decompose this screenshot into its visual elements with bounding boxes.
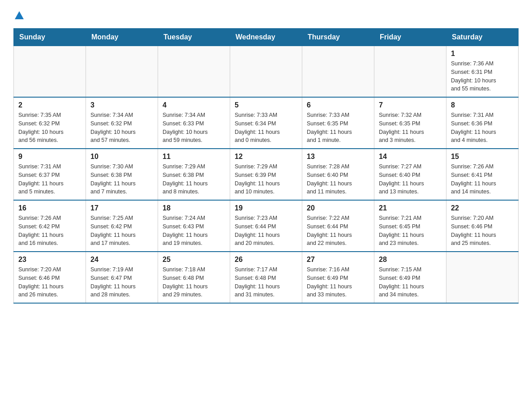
page-header [13, 9, 519, 19]
cell-day-number: 27 [307, 256, 369, 264]
cell-sun-info: Sunrise: 7:34 AM Sunset: 6:32 PM Dayligh… [90, 111, 153, 145]
calendar-cell: 22Sunrise: 7:20 AM Sunset: 6:46 PM Dayli… [446, 200, 519, 252]
cell-sun-info: Sunrise: 7:34 AM Sunset: 6:33 PM Dayligh… [163, 111, 225, 145]
calendar-cell: 16Sunrise: 7:26 AM Sunset: 6:42 PM Dayli… [14, 200, 86, 252]
calendar-cell: 10Sunrise: 7:30 AM Sunset: 6:38 PM Dayli… [86, 149, 158, 200]
cell-sun-info: Sunrise: 7:17 AM Sunset: 6:48 PM Dayligh… [235, 265, 297, 299]
calendar-cell: 26Sunrise: 7:17 AM Sunset: 6:48 PM Dayli… [230, 252, 302, 303]
calendar-cell: 21Sunrise: 7:21 AM Sunset: 6:45 PM Dayli… [374, 200, 446, 252]
calendar-week-row: 16Sunrise: 7:26 AM Sunset: 6:42 PM Dayli… [14, 200, 519, 252]
calendar-cell: 18Sunrise: 7:24 AM Sunset: 6:43 PM Dayli… [158, 200, 230, 252]
cell-day-number: 22 [451, 204, 514, 212]
logo-triangle-icon [15, 11, 24, 19]
calendar-cell: 1Sunrise: 7:36 AM Sunset: 6:31 PM Daylig… [446, 46, 519, 98]
day-header-thursday: Thursday [302, 29, 374, 46]
cell-day-number: 16 [18, 204, 81, 212]
cell-day-number: 11 [163, 153, 225, 161]
cell-sun-info: Sunrise: 7:29 AM Sunset: 6:38 PM Dayligh… [163, 163, 225, 196]
cell-sun-info: Sunrise: 7:36 AM Sunset: 6:31 PM Dayligh… [451, 60, 514, 93]
cell-day-number: 20 [307, 204, 369, 212]
cell-sun-info: Sunrise: 7:19 AM Sunset: 6:47 PM Dayligh… [90, 265, 153, 299]
calendar-cell: 11Sunrise: 7:29 AM Sunset: 6:38 PM Dayli… [158, 149, 230, 200]
cell-day-number: 28 [379, 256, 442, 264]
cell-sun-info: Sunrise: 7:30 AM Sunset: 6:38 PM Dayligh… [90, 163, 153, 196]
cell-sun-info: Sunrise: 7:31 AM Sunset: 6:36 PM Dayligh… [451, 111, 514, 145]
calendar-week-row: 9Sunrise: 7:31 AM Sunset: 6:37 PM Daylig… [14, 149, 519, 200]
day-header-friday: Friday [374, 29, 446, 46]
day-header-monday: Monday [86, 29, 158, 46]
cell-day-number: 15 [451, 153, 514, 161]
calendar-cell: 20Sunrise: 7:22 AM Sunset: 6:44 PM Dayli… [302, 200, 374, 252]
calendar-cell [230, 46, 302, 98]
calendar-cell: 27Sunrise: 7:16 AM Sunset: 6:49 PM Dayli… [302, 252, 374, 303]
calendar-cell: 5Sunrise: 7:33 AM Sunset: 6:34 PM Daylig… [230, 97, 302, 149]
cell-sun-info: Sunrise: 7:15 AM Sunset: 6:49 PM Dayligh… [379, 265, 442, 299]
cell-day-number: 13 [307, 153, 369, 161]
day-header-wednesday: Wednesday [230, 29, 302, 46]
calendar-cell: 2Sunrise: 7:35 AM Sunset: 6:32 PM Daylig… [14, 97, 86, 149]
cell-sun-info: Sunrise: 7:23 AM Sunset: 6:44 PM Dayligh… [235, 214, 297, 248]
calendar-cell: 4Sunrise: 7:34 AM Sunset: 6:33 PM Daylig… [158, 97, 230, 149]
calendar-cell [446, 252, 519, 303]
calendar-cell: 12Sunrise: 7:29 AM Sunset: 6:39 PM Dayli… [230, 149, 302, 200]
day-header-tuesday: Tuesday [158, 29, 230, 46]
cell-sun-info: Sunrise: 7:26 AM Sunset: 6:42 PM Dayligh… [18, 214, 81, 248]
cell-sun-info: Sunrise: 7:22 AM Sunset: 6:44 PM Dayligh… [307, 214, 369, 248]
calendar-cell: 25Sunrise: 7:18 AM Sunset: 6:48 PM Dayli… [158, 252, 230, 303]
day-header-sunday: Sunday [14, 29, 86, 46]
calendar-cell [14, 46, 86, 98]
calendar-cell: 14Sunrise: 7:27 AM Sunset: 6:40 PM Dayli… [374, 149, 446, 200]
calendar-cell [158, 46, 230, 98]
calendar-cell: 7Sunrise: 7:32 AM Sunset: 6:35 PM Daylig… [374, 97, 446, 149]
cell-day-number: 2 [18, 101, 81, 109]
calendar-cell: 8Sunrise: 7:31 AM Sunset: 6:36 PM Daylig… [446, 97, 519, 149]
cell-sun-info: Sunrise: 7:21 AM Sunset: 6:45 PM Dayligh… [379, 214, 442, 248]
cell-sun-info: Sunrise: 7:32 AM Sunset: 6:35 PM Dayligh… [379, 111, 442, 145]
calendar-week-row: 1Sunrise: 7:36 AM Sunset: 6:31 PM Daylig… [14, 46, 519, 98]
cell-day-number: 12 [235, 153, 297, 161]
calendar-week-row: 23Sunrise: 7:20 AM Sunset: 6:46 PM Dayli… [14, 252, 519, 303]
calendar-header-row: SundayMondayTuesdayWednesdayThursdayFrid… [14, 29, 519, 46]
cell-day-number: 26 [235, 256, 297, 264]
calendar-table: SundayMondayTuesdayWednesdayThursdayFrid… [13, 28, 519, 304]
calendar-cell: 19Sunrise: 7:23 AM Sunset: 6:44 PM Dayli… [230, 200, 302, 252]
cell-day-number: 3 [90, 101, 153, 109]
cell-sun-info: Sunrise: 7:33 AM Sunset: 6:34 PM Dayligh… [235, 111, 297, 145]
cell-day-number: 17 [90, 204, 153, 212]
calendar-cell: 3Sunrise: 7:34 AM Sunset: 6:32 PM Daylig… [86, 97, 158, 149]
calendar-week-row: 2Sunrise: 7:35 AM Sunset: 6:32 PM Daylig… [14, 97, 519, 149]
calendar-cell: 9Sunrise: 7:31 AM Sunset: 6:37 PM Daylig… [14, 149, 86, 200]
calendar-cell: 24Sunrise: 7:19 AM Sunset: 6:47 PM Dayli… [86, 252, 158, 303]
cell-sun-info: Sunrise: 7:27 AM Sunset: 6:40 PM Dayligh… [379, 163, 442, 196]
cell-sun-info: Sunrise: 7:25 AM Sunset: 6:42 PM Dayligh… [90, 214, 153, 248]
day-header-saturday: Saturday [446, 29, 519, 46]
cell-day-number: 8 [451, 101, 514, 109]
calendar-cell: 28Sunrise: 7:15 AM Sunset: 6:49 PM Dayli… [374, 252, 446, 303]
calendar-cell [86, 46, 158, 98]
calendar-cell: 17Sunrise: 7:25 AM Sunset: 6:42 PM Dayli… [86, 200, 158, 252]
cell-day-number: 18 [163, 204, 225, 212]
cell-day-number: 24 [90, 256, 153, 264]
cell-sun-info: Sunrise: 7:35 AM Sunset: 6:32 PM Dayligh… [18, 111, 81, 145]
cell-sun-info: Sunrise: 7:29 AM Sunset: 6:39 PM Dayligh… [235, 163, 297, 196]
cell-day-number: 7 [379, 101, 442, 109]
calendar-cell: 23Sunrise: 7:20 AM Sunset: 6:46 PM Dayli… [14, 252, 86, 303]
logo [13, 9, 24, 19]
calendar-cell [302, 46, 374, 98]
cell-sun-info: Sunrise: 7:26 AM Sunset: 6:41 PM Dayligh… [451, 163, 514, 196]
cell-day-number: 19 [235, 204, 297, 212]
cell-day-number: 23 [18, 256, 81, 264]
cell-day-number: 10 [90, 153, 153, 161]
calendar-cell: 15Sunrise: 7:26 AM Sunset: 6:41 PM Dayli… [446, 149, 519, 200]
cell-day-number: 4 [163, 101, 225, 109]
cell-sun-info: Sunrise: 7:16 AM Sunset: 6:49 PM Dayligh… [307, 265, 369, 299]
cell-day-number: 14 [379, 153, 442, 161]
calendar-cell: 13Sunrise: 7:28 AM Sunset: 6:40 PM Dayli… [302, 149, 374, 200]
calendar-cell: 6Sunrise: 7:33 AM Sunset: 6:35 PM Daylig… [302, 97, 374, 149]
cell-day-number: 5 [235, 101, 297, 109]
cell-sun-info: Sunrise: 7:24 AM Sunset: 6:43 PM Dayligh… [163, 214, 225, 248]
cell-day-number: 9 [18, 153, 81, 161]
cell-sun-info: Sunrise: 7:20 AM Sunset: 6:46 PM Dayligh… [451, 214, 514, 248]
cell-sun-info: Sunrise: 7:20 AM Sunset: 6:46 PM Dayligh… [18, 265, 81, 299]
cell-day-number: 21 [379, 204, 442, 212]
